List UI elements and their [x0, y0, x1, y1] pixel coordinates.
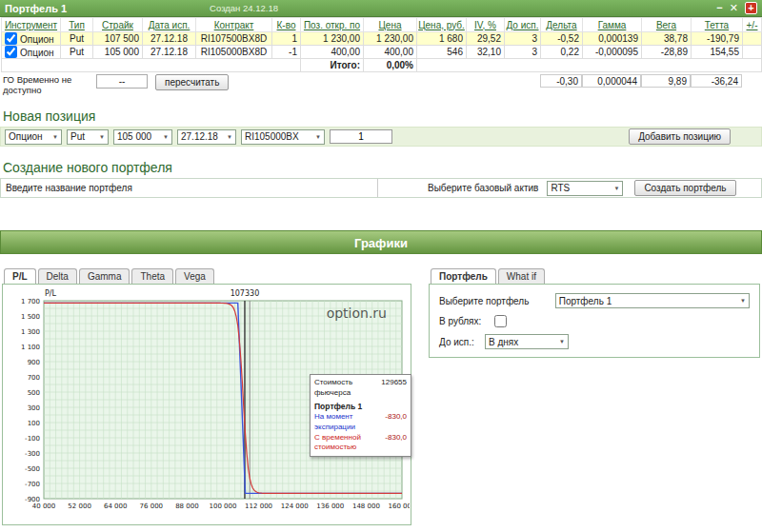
cell-iv: 32,10: [467, 46, 505, 59]
tab-delta[interactable]: Delta: [38, 268, 77, 284]
strike-select[interactable]: 105 000▼: [113, 129, 172, 145]
col-header-days[interactable]: До исп.: [505, 18, 541, 32]
svg-text:76 000: 76 000: [140, 502, 164, 510]
rubles-checkbox[interactable]: [494, 315, 507, 327]
contract-select[interactable]: RI105000BX▼: [241, 129, 325, 145]
cell-qty: 1: [272, 32, 301, 46]
col-header-iv[interactable]: IV, %: [467, 18, 505, 32]
total-gamma: 0,000044: [582, 74, 641, 88]
tab-portfolio[interactable]: Портфель: [431, 268, 496, 284]
cell-theta: -190,79: [692, 32, 743, 46]
svg-text:-500: -500: [25, 465, 40, 473]
cell-type: Put: [61, 46, 93, 59]
cell-delta: -0,52: [541, 32, 583, 46]
charts-section-header: Графики: [0, 230, 762, 254]
position-checkbox[interactable]: [5, 46, 17, 58]
chevron-down-icon: ▼: [99, 134, 105, 140]
cell-vega: -28,89: [642, 46, 692, 59]
quantity-input[interactable]: [330, 129, 392, 144]
chart-tooltip: Стоимость фьючерса129655 Портфель 1 На м…: [310, 374, 411, 457]
charts-area: P/L Delta Gamma Theta Vega 40 00052 0006…: [0, 268, 762, 525]
chevron-down-icon: ▼: [315, 134, 321, 140]
portfolio-select-value: Портфель 1: [559, 296, 612, 306]
minimize-icon[interactable]: −: [716, 2, 722, 14]
chevron-down-icon: ▼: [52, 134, 58, 140]
tab-what-if[interactable]: What if: [498, 268, 545, 284]
tooltip-timevalue-value: -830,0: [385, 433, 407, 454]
window-controls: − ✕ +: [716, 2, 757, 14]
portfolio-panel-body: Выберите портфель Портфель 1▼ В рублях: …: [429, 284, 760, 358]
close-icon[interactable]: ✕: [730, 2, 738, 14]
base-asset-select-value: RTS: [551, 183, 570, 193]
cell-price-rub: 1 680: [417, 32, 467, 46]
cell-open-at: 400,00: [301, 46, 364, 59]
pl-chart[interactable]: 40 00052 00064 00076 00088 000100 000112…: [2, 284, 411, 525]
cell-contract: RI107500BX8D: [196, 32, 272, 46]
add-portfolio-icon[interactable]: +: [745, 2, 757, 14]
recalculate-button[interactable]: пересчитать: [155, 74, 229, 90]
col-header-delta[interactable]: Дельта: [541, 18, 583, 32]
col-header-price-rub[interactable]: Цена, руб.: [417, 18, 467, 32]
days-select[interactable]: В днях▼: [485, 334, 569, 349]
col-header-price[interactable]: Цена: [364, 18, 417, 32]
cell-plusminus: [743, 46, 762, 59]
col-header-type[interactable]: Тип: [61, 18, 93, 32]
col-header-instrument[interactable]: Инструмент: [2, 18, 61, 32]
cell-delta: 0,22: [541, 46, 583, 59]
tab-gamma[interactable]: Gamma: [79, 268, 130, 284]
svg-text:160 000: 160 000: [389, 502, 410, 510]
portfolio-title: Портфель 1: [5, 3, 67, 14]
option-calculator-app: Портфель 1 Создан 24.12.18 − ✕ + Инструм…: [0, 0, 762, 532]
cell-gamma: 0,000139: [583, 32, 642, 46]
svg-text:700: 700: [28, 374, 40, 382]
tooltip-expiration-value: -830,0: [385, 412, 407, 433]
col-header-qty[interactable]: К-во: [272, 18, 301, 32]
svg-text:64 000: 64 000: [104, 502, 128, 510]
exp-date-select[interactable]: 27.12.18▼: [177, 129, 236, 145]
cell-iv: 29,52: [467, 32, 505, 46]
position-checkbox[interactable]: [5, 32, 17, 45]
tooltip-futures-value: 129655: [381, 378, 407, 399]
svg-text:500: 500: [28, 389, 40, 397]
tab-pl[interactable]: P/L: [4, 268, 36, 284]
svg-text:-100: -100: [25, 435, 40, 443]
col-header-contract[interactable]: Контракт: [196, 18, 272, 32]
col-header-open-at[interactable]: Поз. откр. по: [301, 18, 364, 32]
svg-text:1 500: 1 500: [21, 313, 40, 321]
cell-exp-date: 27.12.18: [143, 32, 196, 46]
option-type-select[interactable]: Put▼: [67, 129, 109, 145]
tab-theta[interactable]: Theta: [131, 268, 173, 284]
chevron-down-icon: ▼: [740, 298, 746, 304]
col-header-gamma[interactable]: Гамма: [583, 18, 642, 32]
col-header-theta[interactable]: Тетта: [692, 18, 743, 32]
go-and-totals-strip: ГО Временно не доступно -- пересчитать -…: [3, 74, 762, 106]
create-portfolio-button[interactable]: Создать портфель: [634, 180, 735, 196]
add-position-button[interactable]: Добавить позицию: [629, 128, 731, 145]
base-asset-select[interactable]: RTS▼: [547, 181, 623, 196]
svg-text:100 000: 100 000: [210, 502, 237, 510]
exp-date-select-value: 27.12.18: [181, 131, 218, 142]
new-position-title: Новая позиция: [3, 108, 762, 124]
create-portfolio-strip: Выберите базовый актив RTS▼ Создать порт…: [0, 178, 762, 198]
tab-vega[interactable]: Vega: [175, 268, 214, 284]
svg-text:1 100: 1 100: [21, 344, 40, 351]
cell-type: Put: [61, 32, 93, 46]
col-header-vega[interactable]: Вега: [642, 18, 692, 32]
svg-text:124 000: 124 000: [281, 502, 309, 510]
cell-plusminus: [743, 32, 762, 46]
col-header-strike[interactable]: Страйк: [93, 18, 143, 32]
chart-panel: P/L Delta Gamma Theta Vega 40 00052 0006…: [2, 268, 411, 525]
portfolio-select[interactable]: Портфель 1▼: [555, 293, 750, 308]
cell-exp-date: 27.12.18: [143, 46, 196, 59]
cell-open-at: 1 230,00: [301, 32, 364, 46]
chevron-down-icon: ▼: [227, 134, 232, 140]
portfolio-name-input[interactable]: [1, 179, 378, 197]
cell-days: 3: [505, 32, 541, 46]
instrument-select[interactable]: Опцион▼: [5, 129, 62, 145]
created-label: Создан 24.12.18: [210, 3, 278, 13]
col-header-exp-date[interactable]: Дата исп.: [143, 18, 196, 32]
col-header-plusminus[interactable]: +/-: [743, 18, 762, 32]
tooltip-expiration-label: На момент экспирации: [314, 412, 385, 433]
instrument-label: Опцион: [20, 48, 54, 58]
svg-text:88 000: 88 000: [175, 502, 199, 510]
